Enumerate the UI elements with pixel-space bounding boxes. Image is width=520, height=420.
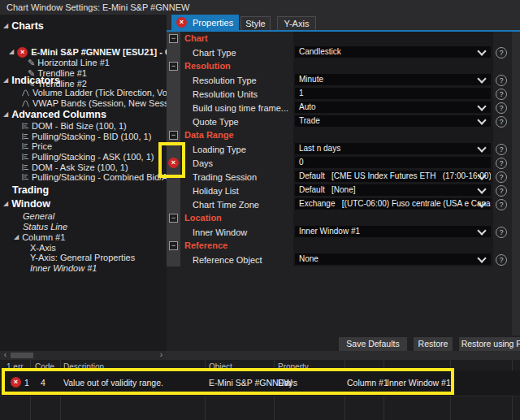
loading-type-select[interactable]: Last n days: [295, 143, 491, 154]
expand-triangle-icon[interactable]: ◢: [3, 77, 8, 84]
tree-item-column-1[interactable]: ◢ Column #1: [14, 232, 65, 243]
help-icon[interactable]: ?: [496, 185, 507, 197]
collapse-icon[interactable]: −: [169, 34, 178, 43]
tree-item-pulling-stacking-ask[interactable]: Pulling/Stacking - ASK (100, 1): [21, 151, 154, 162]
help-icon[interactable]: ?: [496, 227, 507, 238]
help-icon[interactable]: ?: [496, 144, 507, 155]
chart-type-select[interactable]: Candlestick: [295, 46, 491, 58]
trading-session-select[interactable]: Default [CME US Index Futures ETH (17:00…: [295, 171, 491, 182]
column-icon: [21, 173, 29, 181]
collapse-icon[interactable]: −: [169, 214, 178, 223]
prop-row-reference-object: Reference Object None ?: [167, 253, 512, 266]
tree-horizontal-scrollbar[interactable]: ‹ ›: [0, 351, 167, 360]
help-icon[interactable]: ?: [496, 254, 507, 266]
expand-triangle-icon[interactable]: ◢: [14, 234, 19, 240]
resolution-units-input[interactable]: 1: [295, 88, 491, 99]
page-title: Chart Window Settings: E-Mini S&P #GNNEW: [6, 2, 189, 12]
tab-style[interactable]: Style: [240, 16, 271, 30]
tab-properties[interactable]: × Properties: [171, 15, 239, 30]
tree-section-trading[interactable]: Trading: [12, 184, 49, 196]
column-icon: [21, 153, 29, 161]
tree-item-inner-window-1[interactable]: Inner Window #1: [30, 262, 97, 274]
save-defaults-button[interactable]: Save Defaults: [339, 337, 407, 351]
settings-tree: ◢ Charts ◢ × E-Mini S&P #GNNEW [ESU21] -…: [0, 15, 167, 351]
tree-item-vwap-bands[interactable]: VWAP Bands (Session, New Session, End: [21, 97, 167, 109]
highlight-box-error-row: [2, 368, 454, 395]
highlight-box-days-error: [158, 142, 185, 178]
help-icon[interactable]: ?: [496, 171, 507, 183]
scroll-right-icon[interactable]: ›: [157, 351, 166, 360]
collapse-icon[interactable]: −: [169, 62, 178, 71]
expand-triangle-icon[interactable]: ◢: [3, 23, 8, 29]
help-icon[interactable]: ?: [496, 47, 507, 58]
group-row-resolution: − Resolution: [167, 59, 512, 73]
pencil-icon: ✎: [28, 58, 35, 68]
tree-item-dom-bid-size[interactable]: DOM - Bid Size (100, 1): [21, 120, 127, 132]
group-row-location: − Location: [167, 211, 512, 225]
expand-triangle-icon[interactable]: ◢: [3, 111, 8, 118]
tree-item-chart[interactable]: ◢ × E-Mini S&P #GNNEW [ESU21] - CS - 1 M…: [9, 46, 167, 58]
tree-section-charts[interactable]: ◢ Charts: [3, 19, 44, 32]
scrollbar-thumb[interactable]: [11, 353, 33, 358]
error-icon: ×: [17, 47, 28, 58]
prop-row-build-time-frame: Build using time frame... Auto ?: [167, 101, 512, 115]
holiday-list-select[interactable]: Default [None]: [295, 184, 491, 196]
tree-item-pulling-stacking-combined[interactable]: Pulling/Stacking - Combined Bid/Ask (100: [21, 171, 167, 183]
restore-button[interactable]: Restore: [414, 337, 453, 351]
tree-item-status-line[interactable]: Status Line: [23, 221, 67, 232]
days-input[interactable]: 0: [295, 157, 491, 168]
column-icon: [21, 142, 29, 150]
help-icon[interactable]: ?: [496, 102, 507, 114]
collapse-icon[interactable]: −: [169, 131, 178, 140]
build-time-frame-select[interactable]: Auto: [295, 102, 491, 113]
study-icon: [21, 89, 30, 97]
restore-factory-button[interactable]: Restore using Factory: [459, 337, 520, 351]
expand-triangle-icon[interactable]: ◢: [3, 201, 8, 207]
chart-window-settings-dialog: Chart Window Settings: E-Mini S&P #GNNEW…: [0, 0, 520, 420]
help-icon[interactable]: ?: [496, 75, 507, 86]
tree-section-advanced-columns[interactable]: ◢ Advanced Columns: [3, 108, 106, 120]
help-icon[interactable]: ?: [496, 89, 507, 100]
group-row-data-range: − Data Range: [167, 128, 512, 142]
prop-row-resolution-type: Resolution Type Minute ?: [167, 73, 512, 87]
column-icon: [21, 122, 29, 130]
collapse-icon[interactable]: −: [169, 241, 178, 250]
properties-grid: − Chart Chart Type Candlestick ? − Resol…: [167, 32, 520, 351]
group-row-reference: − Reference: [167, 239, 512, 253]
resolution-type-select[interactable]: Minute: [295, 74, 491, 85]
inner-window-select[interactable]: Inner Window #1: [295, 226, 491, 237]
tree-item-price[interactable]: Price: [21, 141, 52, 152]
prop-row-trading-session: Trading Session Default [CME US Index Fu…: [167, 170, 512, 184]
scroll-left-icon[interactable]: ‹: [1, 351, 10, 360]
tree-item-volume-ladder[interactable]: Volume Ladder (Tick Direction, Volume, L: [21, 87, 167, 98]
help-icon[interactable]: ?: [496, 199, 507, 210]
tree-item-horizontal-line[interactable]: ✎ Horizontal Line #1: [28, 57, 110, 68]
prop-row-resolution-units: Resolution Units 1 ?: [167, 87, 512, 101]
table-row-line: [0, 396, 520, 396]
prop-row-days: × Days 0 ?: [167, 156, 512, 170]
group-row-chart: − Chart: [167, 32, 512, 45]
column-icon: [21, 163, 29, 171]
prop-row-quote-type: Quote Type Trade ?: [167, 115, 512, 128]
tree-item-general[interactable]: General: [23, 210, 54, 222]
help-icon[interactable]: ?: [496, 116, 507, 128]
prop-row-chart-type: Chart Type Candlestick ?: [167, 45, 512, 59]
prop-row-inner-window: Inner Window Inner Window #1 ?: [167, 225, 512, 239]
tree-section-window[interactable]: ◢ Window: [3, 197, 50, 210]
tree-section-indicators[interactable]: ◢ Indicators: [3, 74, 60, 86]
prop-row-holiday-list: Holiday List Default [None] ?: [167, 184, 512, 197]
quote-type-select[interactable]: Trade: [295, 115, 491, 127]
study-icon: [21, 99, 30, 107]
tree-item-y-axis-general[interactable]: Y-Axis: General Properties: [30, 252, 135, 263]
title-bar: Chart Window Settings: E-Mini S&P #GNNEW: [0, 0, 520, 15]
expand-triangle-icon[interactable]: ◢: [9, 49, 14, 55]
properties-scrollbar[interactable]: [512, 32, 520, 336]
chart-time-zone-select[interactable]: Exchange [(UTC-06:00) Fuso centrale (USA…: [295, 198, 491, 210]
column-icon: [21, 132, 29, 141]
help-icon[interactable]: ?: [496, 158, 507, 169]
prop-row-chart-time-zone: Chart Time Zone Exchange [(UTC-06:00) Fu…: [167, 197, 512, 211]
reference-object-select[interactable]: None: [295, 253, 491, 265]
prop-row-loading-type: Loading Type Last n days ?: [167, 142, 512, 156]
tab-error-icon: ×: [176, 17, 187, 28]
tab-y-axis[interactable]: Y-Axis: [277, 16, 316, 30]
